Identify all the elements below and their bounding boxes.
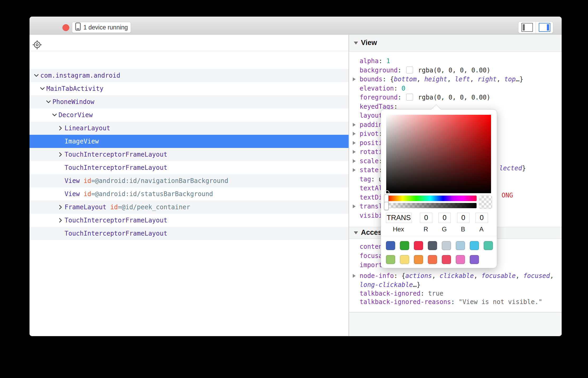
preset-color-swatch[interactable] [386,241,395,250]
tree-row-decorview[interactable]: DecorView [30,108,349,122]
expand-triangle-icon[interactable] [353,274,356,278]
preset-color-swatch[interactable] [442,241,451,250]
chevron-down-icon[interactable] [40,82,45,95]
expand-triangle-icon[interactable] [353,132,356,136]
expand-triangle-icon[interactable] [353,77,356,81]
text-segment: focused [523,272,550,280]
expand-triangle-icon[interactable] [353,205,356,208]
text-segment: node-info [360,272,394,280]
color-well[interactable] [406,67,413,73]
alpha-slider[interactable] [386,203,477,208]
text-segment: rgba(0, 0, 0, 0.00) [414,94,490,101]
tree-row-label: FrameLayout id=@id/peek_container [65,201,190,214]
text-segment: actions [405,272,432,280]
device-running-button[interactable]: 1 device running [72,22,131,33]
inspector-footer [349,312,562,336]
tree-row-maintabactivity[interactable]: MainTabActivity [30,82,349,95]
chevron-down-icon[interactable] [52,108,57,122]
g-label: G [438,225,450,233]
property-text: positi [360,138,383,148]
tree-row-touchinterceptorframelayout[interactable]: TouchInterceptorFrameLayout [30,214,349,227]
text-segment: : [394,85,401,92]
expand-triangle-icon[interactable] [353,168,356,172]
text-segment: : [420,290,428,297]
property-row-bounds: bounds: {bottom, height, left, right, to… [349,75,562,84]
preset-color-swatch[interactable] [428,255,437,264]
hue-slider[interactable] [386,196,477,201]
alpha-input[interactable]: 0 [476,213,488,223]
collapse-triangle-icon [354,42,358,44]
property-text: tag: u [360,175,383,184]
view-section-header[interactable]: View [349,35,562,52]
chevron-right-icon[interactable] [58,201,63,214]
close-window-button[interactable] [62,24,69,31]
preset-color-swatch[interactable] [470,255,479,264]
property-text: import [360,261,383,270]
preset-color-swatch[interactable] [484,241,493,250]
chevron-down-icon[interactable] [34,69,39,82]
text-segment: true [428,290,443,297]
tree-row-label: PhoneWindow [52,95,94,108]
color-well[interactable] [406,94,413,101]
chevron-right-icon[interactable] [58,148,63,161]
left-panel-icon [521,23,533,32]
tree-row-phonewindow[interactable]: PhoneWindow [30,95,349,108]
tree-row-view[interactable]: View id=@android:id/navigationBarBackgro… [30,174,349,187]
preset-color-swatch[interactable] [400,255,409,264]
preset-color-swatch[interactable] [442,255,451,264]
text-segment: =@android:id/navigationBarBackground [91,177,228,185]
text-segment: alpha [360,57,379,65]
tree-row-com.instagram.android[interactable]: com.instagram.android [30,69,349,82]
text-segment: …} [516,76,523,83]
collapse-triangle-icon [354,231,358,234]
toggle-left-panel-button[interactable] [518,22,536,33]
preset-color-swatch[interactable] [386,255,395,264]
tree-row-touchinterceptorframelayout[interactable]: TouchInterceptorFrameLayout [30,227,349,240]
expand-triangle-icon[interactable] [353,141,356,145]
chevron-right-icon[interactable] [58,122,63,135]
tree-row-touchinterceptorframelayout[interactable]: TouchInterceptorFrameLayout [30,148,349,161]
tree-row-imageview[interactable]: ImageView [30,135,349,148]
text-segment: , [516,272,523,280]
hex-label: Hex [386,225,411,233]
text-segment: bounds [360,76,383,83]
tree-row-touchinterceptorframelayout[interactable]: TouchInterceptorFrameLayout [30,161,349,174]
saturation-brightness-field[interactable] [386,115,491,193]
app-window: 1 device running [30,17,562,336]
state-value-tail: lected} [499,165,526,172]
chevron-right-icon[interactable] [58,214,63,227]
expand-triangle-icon[interactable] [353,159,356,163]
tree-row-view[interactable]: View id=@android:id/statusBarBackground [30,187,349,201]
green-input[interactable]: 0 [438,213,451,223]
title-bar: 1 device running [30,17,562,35]
preset-color-swatch[interactable] [400,241,409,250]
text-segment: state [360,166,379,174]
preset-color-swatch[interactable] [414,255,423,264]
hue-slider-thumb[interactable] [384,195,389,203]
blue-input[interactable]: 0 [457,213,469,223]
target-locate-button[interactable] [32,39,42,51]
preset-color-swatch[interactable] [414,241,423,250]
accessibility-section-title: Acces [361,227,382,238]
preset-color-swatch[interactable] [470,241,479,250]
preset-color-swatch[interactable] [428,241,437,250]
view-hierarchy-pane: com.instagram.androidMainTabActivityPhon… [30,35,349,336]
text-segment: ONG [502,192,513,199]
text-segment: paddin [360,121,383,128]
text-segment: long-clickable [360,281,413,289]
text-segment: top [504,76,516,83]
hex-input[interactable]: TRANS [386,213,411,223]
preset-color-swatch[interactable] [456,255,465,264]
text-segment: TouchInterceptorFrameLayout [65,217,167,224]
tree-row-linearlayout[interactable]: LinearLayout [30,122,349,135]
toggle-right-panel-button[interactable] [536,22,553,33]
chevron-down-icon[interactable] [46,95,51,108]
expand-triangle-icon[interactable] [353,150,356,154]
alpha-slider-thumb[interactable] [384,202,389,210]
text-segment: ImageView [65,138,99,145]
preset-color-swatch[interactable] [456,241,465,250]
expand-triangle-icon[interactable] [353,123,356,127]
tree-row-framelayout[interactable]: FrameLayout id=@id/peek_container [30,201,349,214]
property-row-alpha: alpha: 1 [349,57,562,66]
red-input[interactable]: 0 [420,213,432,223]
